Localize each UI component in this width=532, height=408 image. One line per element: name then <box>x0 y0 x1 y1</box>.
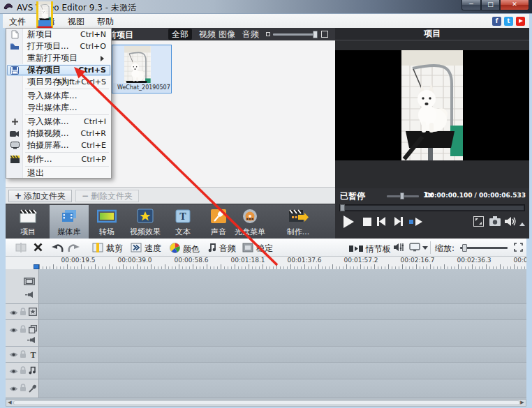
media-filename: WeChat_201905071... <box>113 83 170 92</box>
timeline-scrollbar[interactable]: ◀ ▶ <box>6 399 526 407</box>
lock-icon[interactable] <box>20 384 27 394</box>
overlay-track-lane[interactable] <box>39 320 526 346</box>
snapshot-camera-icon[interactable] <box>489 216 501 228</box>
maximize-button[interactable]: □ <box>481 0 500 10</box>
toolbar-button-project-clapper[interactable]: 项目 <box>8 205 47 239</box>
youtube-icon[interactable] <box>516 17 525 26</box>
menu-item-shortcut: Ctrl+I <box>84 116 106 128</box>
library-tab-0[interactable]: 全部 <box>168 29 192 40</box>
thumb-size-small-icon[interactable] <box>266 32 270 36</box>
lock-icon[interactable] <box>20 308 27 318</box>
menu-3[interactable]: 帮助 <box>91 14 120 28</box>
eye-icon[interactable] <box>9 367 18 377</box>
seek-handle[interactable] <box>340 204 345 211</box>
menu-0[interactable]: 文件 <box>3 14 32 28</box>
menu-item-0[interactable]: 新项目Ctrl+N <box>6 29 111 40</box>
new-document-icon <box>9 29 20 40</box>
fit-timeline-icon[interactable] <box>514 243 523 254</box>
redo-button[interactable] <box>68 243 80 255</box>
scroll-right-icon[interactable]: ▶ <box>519 400 525 405</box>
text-track: T <box>6 347 526 363</box>
menu-item-3[interactable]: 保存项目Ctrl+S <box>6 64 111 76</box>
play-button[interactable] <box>342 215 355 231</box>
toolbar-button-video-effects[interactable]: 视频效果 <box>126 205 165 239</box>
menu-item-9[interactable]: 导入媒体...Ctrl+I <box>6 116 111 128</box>
menu-item-13[interactable]: 制作...Ctrl+P <box>6 153 111 165</box>
tool-speed-button[interactable]: 速度 <box>131 243 161 255</box>
lock-icon[interactable] <box>20 350 27 361</box>
library-tab-2[interactable]: 图像 <box>215 29 239 40</box>
eye-icon[interactable] <box>9 326 18 335</box>
delete-clip-button[interactable] <box>34 243 43 254</box>
menu-item-11[interactable]: 拍摄屏幕...Ctrl+E <box>6 139 111 151</box>
speaker-mute-icon[interactable] <box>27 335 36 345</box>
playhead-marker[interactable] <box>34 264 39 269</box>
toolbar-button-disc-menu[interactable]: 光盘菜单 <box>230 205 269 239</box>
twitter-icon[interactable]: t <box>504 17 513 26</box>
menu-item-7[interactable]: 导出媒体库... <box>6 102 111 114</box>
menu-item-shortcut: Shift+Ctrl+S <box>57 76 106 88</box>
tool-trim-button[interactable]: 裁剪 <box>92 243 123 255</box>
menu-item-label: 导入媒体库... <box>27 90 77 102</box>
monitor-dropdown-icon[interactable] <box>422 246 428 252</box>
next-frame-button[interactable] <box>393 217 403 228</box>
close-button[interactable]: ✕ <box>500 0 529 10</box>
storyboard-button[interactable]: 情节板 <box>349 243 391 255</box>
speed-slider-handle[interactable] <box>400 192 404 199</box>
menu-item-6[interactable]: 导入媒体库... <box>6 90 111 102</box>
timeline-ruler[interactable]: 00:00:19.500:00:39.000:00:58.600:01:18.1… <box>6 257 526 269</box>
monitor-button[interactable] <box>409 243 420 254</box>
eye-icon[interactable] <box>9 384 18 394</box>
facebook-icon[interactable]: f <box>492 17 501 26</box>
timeline-zoom-handle[interactable] <box>462 244 467 252</box>
eye-icon[interactable] <box>9 308 18 318</box>
play-to-cursor-button[interactable] <box>409 218 423 228</box>
delete-folder-button[interactable]: −删除文件夹 <box>75 190 139 202</box>
menu-item-4[interactable]: 项目另存为...Shift+Ctrl+S <box>6 76 111 88</box>
menu-item-15[interactable]: 退出 <box>6 167 111 179</box>
tool-stabilize-button[interactable]: 稳定 <box>242 243 273 255</box>
tool-label: 颜色 <box>183 243 200 255</box>
stop-button[interactable] <box>363 218 371 228</box>
library-tab-3[interactable]: 音频 <box>239 29 263 40</box>
thumb-size-slider[interactable] <box>273 33 318 36</box>
toolbar-button-text-tool[interactable]: T文本 <box>163 205 202 239</box>
eye-icon[interactable] <box>9 350 18 360</box>
lock-icon[interactable] <box>20 366 27 377</box>
transitions-icon <box>97 209 117 225</box>
scroll-left-icon[interactable]: ◀ <box>7 400 13 405</box>
media-thumbnail[interactable]: WeChat_201905071... <box>112 45 172 93</box>
minimize-button[interactable]: ─ <box>461 0 481 10</box>
add-folder-button[interactable]: +添加文件夹 <box>8 190 72 202</box>
toolbar-button-transitions[interactable]: 转场 <box>87 205 126 239</box>
previous-frame-button[interactable] <box>377 217 387 228</box>
seek-bar[interactable] <box>339 204 525 211</box>
volume-icon[interactable] <box>505 216 517 229</box>
volume-expand-icon[interactable] <box>519 219 525 229</box>
audio-mixer-button[interactable] <box>394 243 404 254</box>
scrollbar-thumb[interactable] <box>13 400 520 405</box>
ruler-label: 00:02:55.8 <box>513 257 526 264</box>
ruler-label: 00:00:39.0 <box>117 257 152 264</box>
fullscreen-icon[interactable] <box>473 216 484 229</box>
menu-item-2[interactable]: 重新打开项目 <box>6 52 111 64</box>
audio-track-lane[interactable] <box>39 363 526 379</box>
timeline-zoom-slider[interactable] <box>460 247 508 249</box>
thumb-size-large-icon[interactable] <box>321 31 328 38</box>
tool-color-wheel-button[interactable]: 颜色 <box>170 243 200 255</box>
video-track-lane[interactable] <box>39 269 526 303</box>
speaker-mute-icon[interactable] <box>25 290 34 300</box>
menu-2[interactable]: 视图 <box>61 14 91 28</box>
text-track-lane[interactable] <box>39 347 526 362</box>
undo-button[interactable] <box>52 243 64 255</box>
menu-item-10[interactable]: 拍摄视频...Ctrl+R <box>6 128 111 139</box>
thumb-size-slider-handle[interactable] <box>313 31 318 38</box>
tool-audio-note-button[interactable]: 音频 <box>208 243 236 255</box>
menu-item-1[interactable]: 打开项目...Ctrl+O <box>6 40 111 52</box>
voice-track-lane[interactable] <box>39 379 526 398</box>
lock-icon[interactable] <box>20 325 27 335</box>
toolbar-button-media-library[interactable]: 媒体库 <box>50 205 89 239</box>
effects-track-lane[interactable] <box>39 304 526 319</box>
toolbar-button-produce-clapper[interactable]: 制作... <box>279 205 318 239</box>
split-clip-button[interactable] <box>15 243 27 255</box>
